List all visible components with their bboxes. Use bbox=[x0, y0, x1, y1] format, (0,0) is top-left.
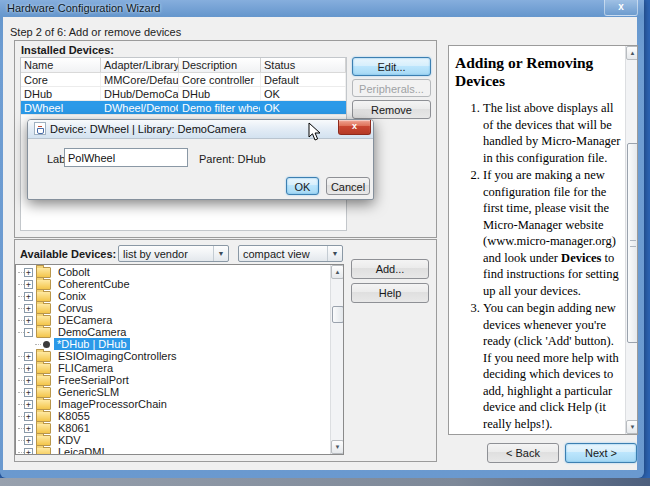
tree-item[interactable]: -DemoCamera bbox=[18, 326, 328, 338]
tree-item-label: KDV bbox=[55, 434, 84, 446]
step-indicator: Step 2 of 6: Add or remove devices bbox=[10, 26, 181, 38]
tree-toggle-icon[interactable]: - bbox=[24, 328, 33, 337]
table-cell: DHub bbox=[179, 87, 261, 100]
tree-scrollbar-thumb[interactable] bbox=[332, 306, 344, 323]
tree-toggle-icon[interactable]: + bbox=[24, 400, 33, 409]
device-bullet-icon bbox=[43, 341, 50, 348]
tree-toggle-icon[interactable]: + bbox=[24, 268, 33, 277]
help-list-item: The list above displays all of the devic… bbox=[483, 100, 623, 166]
tree-toggle-icon[interactable]: + bbox=[24, 364, 33, 373]
tree-item[interactable]: +DECamera bbox=[18, 314, 328, 326]
tree-toggle-icon[interactable]: + bbox=[24, 448, 33, 456]
table-cell: Core bbox=[21, 73, 101, 86]
tree-toggle-icon[interactable]: + bbox=[24, 352, 33, 361]
tree-item[interactable]: +GenericSLM bbox=[18, 386, 328, 398]
tree-item[interactable]: +KDV bbox=[18, 434, 328, 446]
cancel-button[interactable]: Cancel bbox=[326, 177, 370, 195]
table-cell: DHub/DemoCamera bbox=[101, 87, 179, 100]
tree-item[interactable]: +ESIOImagingControllers bbox=[18, 350, 328, 362]
scroll-up-icon[interactable]: ▲ bbox=[626, 46, 638, 60]
table-cell: Demo filter wheel bbox=[179, 101, 261, 114]
tree-item[interactable]: +LeicaDMI bbox=[18, 446, 328, 455]
tree-item[interactable]: +Corvus bbox=[18, 302, 328, 314]
tree-item[interactable]: *DHub | DHub bbox=[18, 338, 328, 350]
window-title: Hardware Configuration Wizard bbox=[7, 2, 160, 14]
help-list: The list above displays all of the devic… bbox=[455, 100, 623, 435]
tree-toggle-icon[interactable]: + bbox=[24, 316, 33, 325]
tree-toggle-icon[interactable]: + bbox=[24, 292, 33, 301]
tree-item-label: CoherentCube bbox=[55, 278, 133, 290]
folder-icon bbox=[36, 447, 51, 455]
tree-toggle-icon[interactable]: + bbox=[24, 280, 33, 289]
next-button[interactable]: Next > bbox=[565, 443, 637, 463]
tree-toggle-icon[interactable]: + bbox=[24, 304, 33, 313]
tree-item-label: GenericSLM bbox=[55, 386, 122, 398]
table-row[interactable]: DHubDHub/DemoCameraDHubOK bbox=[21, 87, 346, 101]
remove-button[interactable]: Remove bbox=[352, 100, 431, 119]
peripherals-button[interactable]: Peripherals... bbox=[352, 79, 431, 97]
tree-item[interactable]: +Cobolt bbox=[18, 266, 328, 278]
column-header[interactable]: Name bbox=[21, 58, 101, 72]
installed-devices-label: Installed Devices: bbox=[21, 44, 114, 56]
dialog-close-button[interactable]: x bbox=[338, 120, 371, 135]
tree-item[interactable]: +K8061 bbox=[18, 422, 328, 434]
tree-item[interactable]: +CoherentCube bbox=[18, 278, 328, 290]
back-button[interactable]: < Back bbox=[487, 443, 559, 463]
dialog-title-bar[interactable]: Device: DWheel | Library: DemoCamera x bbox=[28, 120, 373, 139]
table-cell: Core controller bbox=[179, 73, 261, 86]
taskbar-strip bbox=[0, 478, 650, 486]
scroll-up-icon[interactable]: ▲ bbox=[331, 265, 344, 279]
list-by-dropdown[interactable]: list by vendor ▼ bbox=[118, 245, 229, 262]
table-cell: MMCore/Default bbox=[101, 73, 179, 86]
java-app-icon bbox=[34, 122, 46, 135]
column-header[interactable]: Status bbox=[261, 58, 346, 72]
label-input[interactable] bbox=[64, 148, 188, 167]
tree-toggle-icon[interactable]: + bbox=[24, 412, 33, 421]
tree-item-label: Corvus bbox=[55, 302, 96, 314]
add-button[interactable]: Add... bbox=[351, 259, 429, 279]
help-scrollbar-thumb[interactable] bbox=[627, 143, 638, 343]
tree-scrollbar[interactable]: ▲ ▼ bbox=[330, 265, 344, 454]
scroll-down-icon[interactable]: ▼ bbox=[626, 420, 638, 434]
tree-toggle-icon[interactable]: + bbox=[24, 424, 33, 433]
help-button[interactable]: Help bbox=[351, 283, 429, 303]
help-scrollbar[interactable]: ▲ ▼ bbox=[625, 46, 638, 434]
table-cell: DWheel/DemoCam... bbox=[101, 101, 179, 114]
tree-item[interactable]: +FreeSerialPort bbox=[18, 374, 328, 386]
tree-item-label: LeicaDMI bbox=[55, 446, 107, 455]
table-row[interactable]: DWheelDWheel/DemoCam...Demo filter wheel… bbox=[21, 101, 346, 115]
parent-caption: Parent: DHub bbox=[199, 153, 266, 165]
scroll-down-icon[interactable]: ▼ bbox=[331, 440, 344, 454]
help-panel: Adding or Removing Devices The list abov… bbox=[448, 45, 638, 435]
thumb-grip bbox=[630, 240, 636, 247]
device-tree-panel[interactable]: +Cobolt+CoherentCube+Conix+Corvus+DECame… bbox=[15, 264, 344, 455]
ok-button[interactable]: OK bbox=[286, 177, 319, 195]
tree-item-label: DemoCamera bbox=[55, 326, 129, 338]
tree-item-label: K8061 bbox=[55, 422, 93, 434]
tree-item[interactable]: +FLICamera bbox=[18, 362, 328, 374]
chevron-down-icon: ▼ bbox=[327, 246, 342, 261]
view-mode-dropdown[interactable]: compact view ▼ bbox=[238, 245, 343, 262]
tree-item[interactable]: +K8055 bbox=[18, 410, 328, 422]
tree-toggle-icon[interactable]: + bbox=[24, 436, 33, 445]
list-by-dropdown-value: list by vendor bbox=[119, 248, 213, 260]
available-devices-label: Available Devices: bbox=[20, 248, 116, 260]
column-header[interactable]: Adapter/Library bbox=[101, 58, 179, 72]
tree-item-label: ESIOImagingControllers bbox=[55, 350, 180, 362]
window-close-button[interactable]: x bbox=[604, 0, 638, 16]
table-row[interactable]: CoreMMCore/DefaultCore controllerDefault bbox=[21, 73, 346, 87]
table-cell: Default bbox=[261, 73, 346, 86]
table-cell: OK bbox=[261, 101, 346, 114]
help-list-item: While adding a device you can choose to … bbox=[483, 433, 623, 435]
chevron-down-icon: ▼ bbox=[213, 246, 228, 261]
tree-item-label: K8055 bbox=[55, 410, 93, 422]
tree-toggle-icon[interactable]: + bbox=[24, 376, 33, 385]
tree-item[interactable]: +ImageProcessorChain bbox=[18, 398, 328, 410]
dialog-title: Device: DWheel | Library: DemoCamera bbox=[50, 123, 246, 135]
column-header[interactable]: Description bbox=[179, 58, 261, 72]
title-bar[interactable]: Hardware Configuration Wizard x bbox=[0, 0, 644, 17]
edit-button[interactable]: Edit... bbox=[352, 57, 431, 76]
tree-item[interactable]: +Conix bbox=[18, 290, 328, 302]
help-list-item: If you are making a new configuration fi… bbox=[483, 167, 623, 299]
tree-toggle-icon[interactable]: + bbox=[24, 388, 33, 397]
